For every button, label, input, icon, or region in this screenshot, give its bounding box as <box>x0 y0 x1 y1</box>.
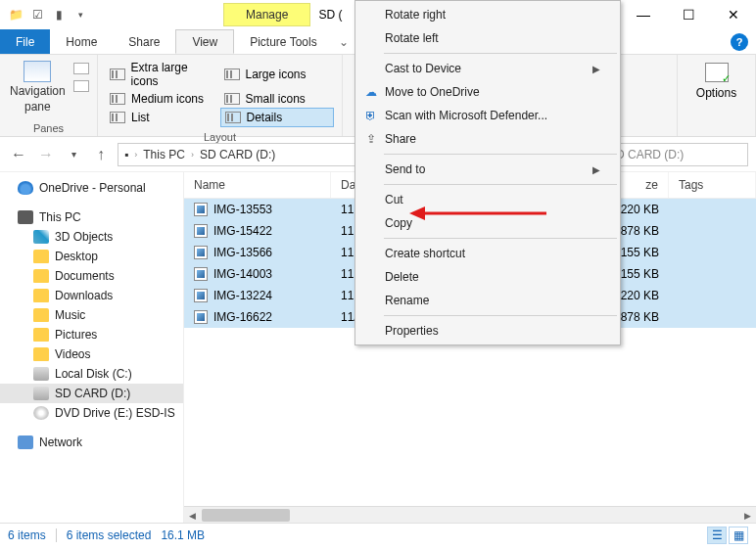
back-button[interactable]: ← <box>8 144 29 165</box>
tree-item-downloads[interactable]: Downloads <box>0 286 183 305</box>
view-switcher: ☰ ▦ <box>707 527 748 544</box>
ctx-delete[interactable]: Delete <box>357 265 618 289</box>
folder-icon <box>33 289 49 302</box>
3d-icon <box>33 230 49 244</box>
horizontal-scrollbar[interactable]: ◀ ▶ <box>184 506 756 523</box>
quick-access-toolbar: 📁 ☑ ▮ ▾ <box>0 7 96 23</box>
tree-item-pictures[interactable]: Pictures <box>0 325 183 344</box>
tree-this-pc[interactable]: This PC <box>0 207 183 227</box>
scroll-left-icon[interactable]: ◀ <box>184 507 201 524</box>
forward-button[interactable]: → <box>35 144 57 165</box>
ctx-cut[interactable]: Cut <box>357 188 618 211</box>
column-tags[interactable]: Tags <box>669 172 756 198</box>
layout-icon <box>224 69 240 80</box>
ctx-rotate-left[interactable]: Rotate left <box>357 26 618 50</box>
layout-item-medium-icons[interactable]: Medium icons <box>106 90 220 108</box>
details-pane-button[interactable] <box>73 80 89 92</box>
status-selected-count: 6 items selected <box>67 528 152 542</box>
maximize-button[interactable]: ☐ <box>666 0 711 29</box>
tree-item-music[interactable]: Music <box>0 305 183 325</box>
ctx-rename[interactable]: Rename <box>357 289 618 312</box>
drive-icon: ▪ <box>124 148 128 161</box>
crumb-separator-icon: › <box>191 150 194 160</box>
layout-icon <box>110 93 125 105</box>
ribbon-group-panes: Navigation pane Panes <box>0 55 98 136</box>
options-button[interactable]: Options <box>696 86 736 100</box>
thumbnails-view-button[interactable]: ▦ <box>729 527 748 544</box>
share-icon: ⇪ <box>363 131 379 147</box>
column-name[interactable]: Name <box>184 172 331 198</box>
layout-item-small-icons[interactable]: Small icons <box>220 90 335 108</box>
tree-network[interactable]: Network <box>0 433 183 452</box>
file-tab[interactable]: File <box>0 29 50 54</box>
onedrive-icon: ☁ <box>363 84 379 100</box>
ctx-create-shortcut[interactable]: Create shortcut <box>357 242 618 265</box>
navigation-tree: OneDrive - Personal This PC 3D ObjectsDe… <box>0 172 184 523</box>
ctx-send-to[interactable]: Send to▶ <box>357 158 618 181</box>
scrollbar-thumb[interactable] <box>202 509 290 522</box>
minimize-button[interactable]: — <box>621 0 666 29</box>
status-selection-size: 16.1 MB <box>161 528 205 542</box>
layout-item-extra-large-icons[interactable]: Extra large icons <box>106 59 220 90</box>
ctx-cast-to-device[interactable]: Cast to Device▶ <box>357 57 618 80</box>
view-tab[interactable]: View <box>175 29 234 54</box>
ctx-properties[interactable]: Properties <box>357 319 618 343</box>
tree-item-dvd-drive-e-esd-is[interactable]: DVD Drive (E:) ESD-IS <box>0 403 183 423</box>
help-icon[interactable]: ? <box>731 33 748 51</box>
tree-item-desktop[interactable]: Desktop <box>0 247 183 266</box>
tree-item-videos[interactable]: Videos <box>0 344 183 364</box>
contextual-tab-manage[interactable]: Manage <box>223 3 310 26</box>
folder-icon <box>33 308 49 322</box>
qat-dropdown-icon[interactable]: ▾ <box>72 7 88 23</box>
navigation-pane-button[interactable]: Navigation pane <box>10 61 66 114</box>
ctx-rotate-right[interactable]: Rotate right <box>357 3 618 26</box>
context-menu: Rotate right Rotate left Cast to Device▶… <box>354 0 621 345</box>
image-file-icon <box>194 267 208 281</box>
folder-yellow-icon: ▮ <box>51 7 67 23</box>
chevron-right-icon: ▶ <box>592 164 600 175</box>
ctx-share[interactable]: ⇪Share <box>357 127 618 151</box>
layout-item-details[interactable]: Details <box>220 108 335 127</box>
ctx-move-to-onedrive[interactable]: ☁Move to OneDrive <box>357 80 618 104</box>
image-file-icon <box>194 310 208 324</box>
recent-dropdown-icon[interactable]: ▾ <box>63 144 84 165</box>
crumb-separator-icon: › <box>134 150 137 160</box>
ctx-scan-defender[interactable]: ⛨Scan with Microsoft Defender... <box>357 104 618 127</box>
chevron-right-icon: ▶ <box>592 64 600 74</box>
details-view-button[interactable]: ☰ <box>707 527 727 544</box>
tree-item-3d-objects[interactable]: 3D Objects <box>0 227 183 247</box>
checkbox-icon[interactable]: ☑ <box>29 7 45 23</box>
search-input[interactable]: SD CARD (D:) <box>601 143 748 166</box>
layout-icon <box>110 112 125 123</box>
expand-ribbon-icon[interactable]: ⌄ <box>333 35 354 49</box>
tree-onedrive[interactable]: OneDrive - Personal <box>0 178 183 198</box>
layout-item-list[interactable]: List <box>106 108 220 127</box>
home-tab[interactable]: Home <box>50 29 113 54</box>
tree-item-documents[interactable]: Documents <box>0 266 183 286</box>
ribbon-group-options: Options <box>678 55 756 136</box>
layout-item-large-icons[interactable]: Large icons <box>220 59 335 90</box>
scroll-right-icon[interactable]: ▶ <box>739 507 756 524</box>
crumb-sd-card[interactable]: SD CARD (D:) <box>200 148 275 161</box>
pc-icon <box>18 210 33 224</box>
window-title-extra: SD ( <box>318 8 342 22</box>
folder-icon <box>33 269 49 283</box>
status-bar: 6 items 6 items selected 16.1 MB ☰ ▦ <box>0 523 756 546</box>
tree-item-sd-card-d-[interactable]: SD CARD (D:) <box>0 384 183 403</box>
shield-icon: ⛨ <box>363 108 379 123</box>
options-icon[interactable] <box>705 63 729 82</box>
tree-item-local-disk-c-[interactable]: Local Disk (C:) <box>0 364 183 384</box>
crumb-this-pc[interactable]: This PC <box>143 148 185 161</box>
folder-icon <box>33 250 49 263</box>
disk-icon <box>33 367 49 381</box>
share-tab[interactable]: Share <box>113 29 175 54</box>
up-button[interactable]: ↑ <box>90 144 112 165</box>
ctx-copy[interactable]: Copy <box>357 211 618 235</box>
folder-icon <box>33 328 49 342</box>
disk-icon <box>33 387 49 400</box>
preview-pane-button[interactable] <box>73 63 89 74</box>
address-bar[interactable]: ▪ › This PC › SD CARD (D:) <box>118 143 382 166</box>
picture-tools-tab[interactable]: Picture Tools <box>234 29 332 54</box>
close-button[interactable]: ✕ <box>711 0 756 29</box>
status-item-count: 6 items <box>8 528 46 542</box>
